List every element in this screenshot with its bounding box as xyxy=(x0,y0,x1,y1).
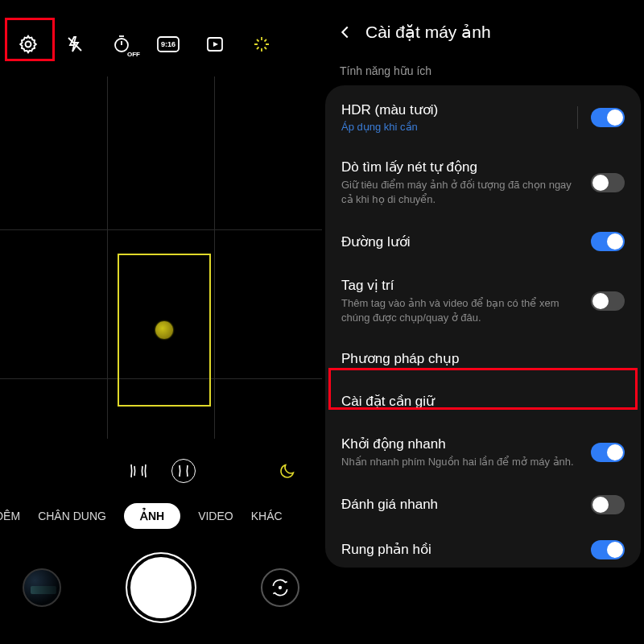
mode-video[interactable]: VIDEO xyxy=(198,510,233,522)
toggle-gridlines[interactable] xyxy=(591,232,625,251)
back-icon[interactable] xyxy=(336,23,354,41)
row-method-title: Phương pháp chụp xyxy=(341,350,625,367)
timer-off-icon[interactable]: OFF xyxy=(109,32,134,56)
row-loc-title: Tag vị trí xyxy=(341,277,581,294)
camera-toolbar: OFF 9:16 xyxy=(0,24,322,64)
motion-photo-icon[interactable] xyxy=(203,32,227,56)
row-settings-to-keep[interactable]: Cài đặt cần giữ xyxy=(325,380,641,423)
divider xyxy=(577,106,579,129)
settings-header: Cài đặt máy ảnh xyxy=(322,16,644,56)
toggle-hdr[interactable] xyxy=(591,108,625,127)
row-quick-review[interactable]: Đánh giá nhanh xyxy=(325,482,641,527)
row-shooting-methods[interactable]: Phương pháp chụp xyxy=(325,337,641,380)
switch-camera-button[interactable] xyxy=(261,568,299,607)
shutter-button[interactable] xyxy=(130,557,192,618)
settings-gear-icon[interactable] xyxy=(16,32,40,56)
row-hdr-sub: Áp dụng khi cần xyxy=(341,121,568,133)
gridline xyxy=(0,229,322,230)
mode-strip: ĐÊM CHÂN DUNG ẢNH VIDEO KHÁC xyxy=(0,503,322,529)
gridline xyxy=(214,76,215,439)
svg-point-0 xyxy=(26,42,31,47)
row-af-sub: Giữ tiêu điểm máy ảnh ở đối tượng đã chọ… xyxy=(341,178,581,206)
row-haptic[interactable]: Rung phản hồi xyxy=(325,527,641,564)
camera-viewfinder: OFF 9:16 xyxy=(0,0,322,644)
shutter-row xyxy=(0,547,322,628)
focus-point-icon xyxy=(155,321,173,339)
mode-photo[interactable]: ẢNH xyxy=(124,503,180,529)
row-af-title: Dò tìm lấy nét tự động xyxy=(341,159,581,175)
row-quick-sub: Nhấn nhanh phím Nguồn hai lần để mở máy … xyxy=(341,455,581,469)
row-keep-title: Cài đặt cần giữ xyxy=(341,393,625,410)
aspect-ratio-icon[interactable]: 9:16 xyxy=(156,32,180,56)
toggle-tracking-af[interactable] xyxy=(591,173,625,192)
row-hdr[interactable]: HDR (màu tươi) Áp dụng khi cần xyxy=(325,89,641,146)
svg-point-5 xyxy=(279,586,282,589)
toggle-quick-launch[interactable] xyxy=(591,443,625,462)
settings-title: Cài đặt máy ảnh xyxy=(365,23,491,42)
gridline xyxy=(107,76,108,439)
row-gridlines[interactable]: Đường lưới xyxy=(325,219,641,264)
filters-icon[interactable] xyxy=(250,32,274,56)
mode-more[interactable]: KHÁC xyxy=(251,510,283,522)
toggle-location-tag[interactable] xyxy=(591,291,625,311)
night-mode-icon[interactable] xyxy=(277,460,298,481)
row-review-title: Đánh giá nhanh xyxy=(341,497,581,513)
flash-off-icon[interactable] xyxy=(63,32,87,56)
timer-off-label: OFF xyxy=(127,51,140,58)
row-loc-sub: Thêm tag vào ảnh và video để bạn có thể … xyxy=(341,296,581,324)
row-quick-title: Khởi động nhanh xyxy=(341,436,581,452)
lens-wide-icon[interactable] xyxy=(171,459,196,483)
lens-selector xyxy=(0,459,322,483)
toggle-haptic[interactable] xyxy=(591,540,625,559)
aspect-ratio-label: 9:16 xyxy=(161,40,175,48)
mode-night[interactable]: ĐÊM xyxy=(0,510,20,522)
gallery-thumbnail[interactable] xyxy=(23,568,61,607)
focus-rectangle xyxy=(118,254,211,407)
row-tracking-af[interactable]: Dò tìm lấy nét tự động Giữ tiêu điểm máy… xyxy=(325,146,641,219)
section-useful-features: Tính năng hữu ích xyxy=(322,56,644,79)
mode-portrait[interactable]: CHÂN DUNG xyxy=(38,510,106,522)
row-quick-launch[interactable]: Khởi động nhanh Nhấn nhanh phím Nguồn ha… xyxy=(325,423,641,482)
camera-settings-panel: Cài đặt máy ảnh Tính năng hữu ích HDR (m… xyxy=(322,0,644,644)
settings-card: HDR (màu tươi) Áp dụng khi cần Dò tìm lấ… xyxy=(325,85,641,568)
row-hdr-title: HDR (màu tươi) xyxy=(341,101,568,118)
row-grid-title: Đường lưới xyxy=(341,233,581,250)
row-haptic-title: Rung phản hồi xyxy=(341,541,581,558)
lens-ultrawide-icon[interactable] xyxy=(126,459,151,483)
row-location-tag[interactable]: Tag vị trí Thêm tag vào ảnh và video để … xyxy=(325,264,641,337)
toggle-quick-review[interactable] xyxy=(591,495,625,514)
